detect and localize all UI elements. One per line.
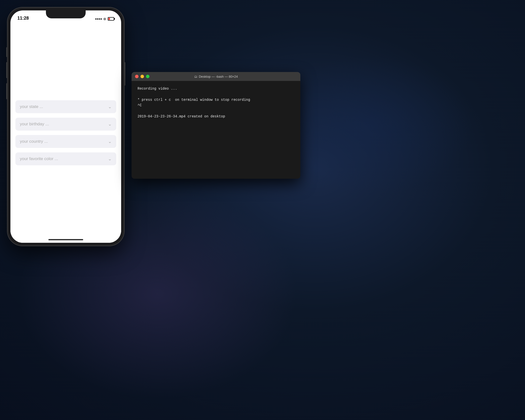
folder-icon: 🗂 (194, 75, 197, 78)
terminal-body[interactable]: Recording video ... * press ctrl + c on … (132, 81, 300, 179)
terminal-window: 🗂 Desktop — -bash — 80×24 Recording vide… (132, 72, 300, 179)
birthday-dropdown-label: your birthday ... (20, 122, 49, 127)
volume-up-button (6, 62, 7, 78)
battery-fill (108, 18, 110, 20)
status-time: 11:28 (17, 16, 29, 21)
iphone-body: 11:28 ⊛ your state .. (7, 7, 124, 246)
terminal-line-6: 2019-04-23-23-26-34.mp4 created on deskt… (138, 114, 294, 119)
color-dropdown[interactable]: your favorite color ... ⌄ (15, 152, 116, 165)
battery-icon (108, 17, 114, 21)
mute-button (6, 47, 7, 57)
country-dropdown-label: your country ... (20, 139, 48, 144)
birthday-chevron-icon: ⌄ (108, 121, 112, 127)
country-dropdown[interactable]: your country ... ⌄ (15, 135, 116, 148)
maximize-button[interactable] (146, 75, 149, 78)
close-button[interactable] (135, 75, 139, 78)
color-dropdown-label: your favorite color ... (20, 156, 58, 161)
country-chevron-icon: ⌄ (108, 139, 112, 144)
terminal-line-3: * press ctrl + c on terminal window to s… (138, 97, 294, 103)
notch (46, 10, 86, 18)
minimize-button[interactable] (140, 75, 144, 78)
wifi-icon: ⊛ (103, 17, 106, 21)
power-button (124, 62, 125, 86)
state-dropdown[interactable]: your state ... ⌄ (15, 100, 116, 113)
home-indicator (48, 239, 83, 240)
iphone-device: 11:28 ⊛ your state .. (7, 7, 124, 246)
state-chevron-icon: ⌄ (108, 104, 112, 109)
terminal-line-4: ^C (138, 103, 294, 108)
iphone-screen: 11:28 ⊛ your state .. (10, 10, 121, 243)
state-dropdown-label: your state ... (20, 104, 43, 109)
terminal-titlebar: 🗂 Desktop — -bash — 80×24 (132, 72, 300, 81)
terminal-title-text: Desktop — -bash — 80×24 (199, 75, 238, 78)
status-icons: ⊛ (95, 17, 114, 21)
terminal-line-blank-2 (138, 108, 294, 114)
app-content: your state ... ⌄ your birthday ... ⌄ you… (10, 23, 121, 243)
signal-icon (95, 18, 102, 20)
volume-down-button (6, 83, 7, 99)
terminal-line-1: Recording video ... (138, 86, 294, 91)
terminal-line-blank-1 (138, 91, 294, 97)
terminal-title: 🗂 Desktop — -bash — 80×24 (194, 75, 238, 78)
color-chevron-icon: ⌄ (108, 156, 112, 162)
birthday-dropdown[interactable]: your birthday ... ⌄ (15, 118, 116, 131)
